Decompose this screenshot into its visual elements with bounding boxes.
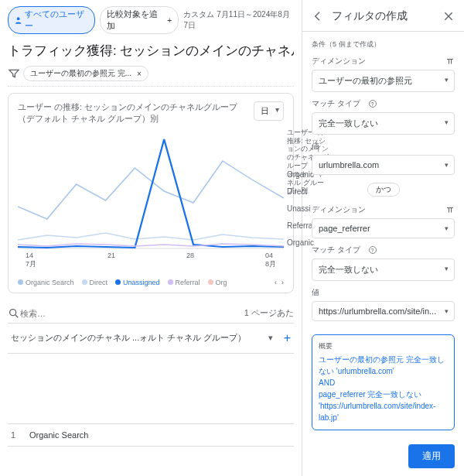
match-label: マッチ タイプ — [312, 98, 360, 109]
help-icon[interactable]: ? — [369, 246, 377, 254]
dimension-row-label: セッションのメインのチャネル ...ォルト チャネル グループ） — [11, 332, 268, 344]
table-row[interactable]: 1 Organic Search — [8, 423, 294, 447]
svg-point-2 — [10, 309, 16, 315]
delete-icon[interactable] — [445, 205, 455, 214]
filter-icon — [8, 67, 20, 80]
date-range[interactable]: カスタム 7月11日～2024年8月7日 — [183, 9, 294, 31]
value-input-2[interactable]: https://urlumbrella.com/site/in... — [312, 301, 455, 321]
svg-point-0 — [17, 17, 20, 20]
add-condition[interactable]: ＋ 新しい条件を追加 — [312, 321, 455, 328]
dim-label: ディメンション — [312, 56, 366, 67]
match-label-2: マッチ タイプ — [312, 245, 360, 255]
and-badge: かつ — [367, 183, 400, 197]
add-compare-chip[interactable]: 比較対象を追加 + — [100, 6, 179, 34]
legend: Organic Search Direct Unassigned Referra… — [18, 279, 284, 286]
legend-next[interactable]: › — [281, 279, 284, 286]
close-icon[interactable] — [442, 10, 455, 22]
dimension-row[interactable]: セッションのメインのチャネル ...ォルト チャネル グループ） ▾ + — [8, 324, 294, 354]
pager-label: 1 ページあた — [244, 307, 294, 319]
panel-subtitle: 条件（5 個まで作成） — [312, 39, 455, 50]
line-chart — [18, 133, 284, 249]
value-label: 値 — [312, 141, 455, 152]
filter-panel: フィルタの作成 条件（5 個まで作成） ディメンション ユーザーの最初の参照元 … — [302, 0, 464, 476]
dimension-select-2[interactable]: page_referrer — [312, 218, 455, 238]
value-label-2: 値 — [312, 287, 455, 298]
summary-box: 概要 ユーザーの最初の参照元 完全一致しない 'urlumbrella.com'… — [312, 334, 455, 431]
all-users-label: すべてのユーザー — [25, 9, 88, 32]
panel-title: フィルタの作成 — [332, 9, 435, 23]
match-select-1[interactable]: 完全一致しない — [312, 112, 455, 135]
add-dimension-icon[interactable]: + — [284, 331, 291, 345]
delete-icon[interactable] — [445, 57, 455, 66]
legend-prev[interactable]: ‹ — [275, 279, 277, 286]
help-icon[interactable]: ? — [369, 100, 377, 108]
active-filter-chip[interactable]: ユーザーの最初の参照元 完... × — [23, 66, 148, 81]
page-title: トラフィック獲得: セッションのメインのチャネル グルー — [8, 42, 294, 60]
dimension-select-1[interactable]: ユーザーの最初の参照元 — [312, 70, 455, 92]
filter-chip-label: ユーザーの最初の参照元 完... — [30, 68, 131, 79]
granularity-select[interactable]: 日 — [254, 101, 284, 121]
x-axis: 14 7月 21 28 04 8月 — [18, 252, 284, 269]
back-icon[interactable] — [312, 10, 324, 22]
add-compare-label: 比較対象を追加 — [107, 9, 162, 32]
search-input[interactable] — [20, 309, 244, 318]
all-users-chip[interactable]: すべてのユーザー — [8, 6, 95, 34]
apply-button[interactable]: 適用 — [408, 444, 455, 468]
chart-title: ユーザー の推移: セッションのメインのチャネルグループ（デフォルト チャネル … — [18, 101, 247, 125]
value-input-1[interactable]: urlumbrella.com — [312, 155, 455, 175]
dim-label-2: ディメンション — [312, 204, 366, 215]
svg-line-3 — [15, 315, 18, 317]
search-icon — [8, 307, 20, 320]
chart-card: ユーザー の推移: セッションのメインのチャネルグループ（デフォルト チャネル … — [8, 93, 294, 293]
match-select-2[interactable]: 完全一致しない — [312, 259, 455, 281]
